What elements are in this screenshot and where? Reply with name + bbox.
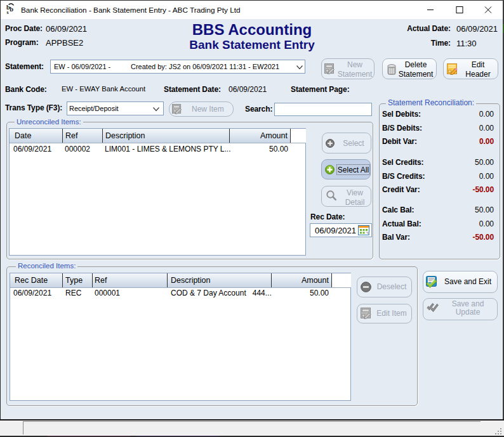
svg-text:b: b bbox=[10, 6, 13, 13]
svg-text:s: s bbox=[6, 10, 8, 15]
